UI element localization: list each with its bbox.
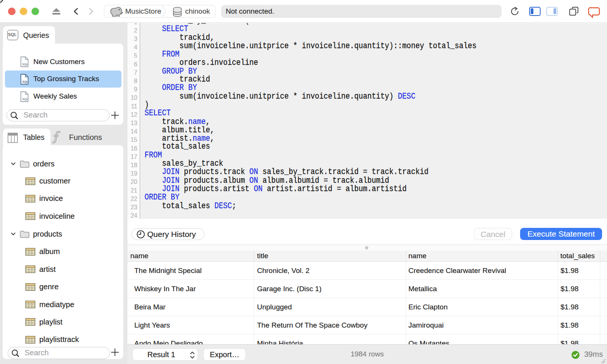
svg-text:SQL: SQL [22, 97, 28, 100]
svg-text:SQL: SQL [22, 63, 28, 66]
svg-text:SQL: SQL [22, 80, 28, 83]
